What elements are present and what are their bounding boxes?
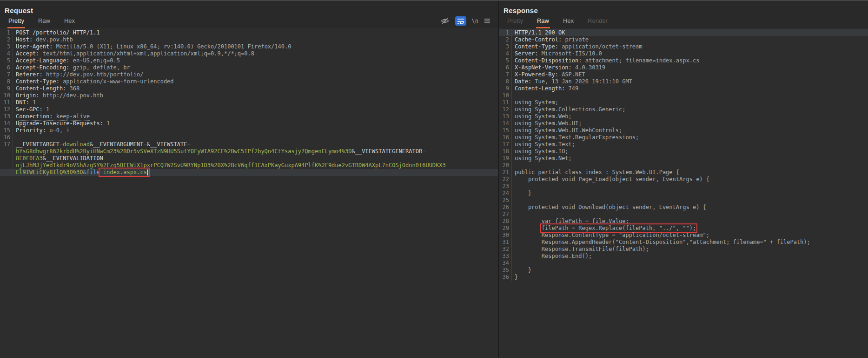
line-number: 14 xyxy=(0,120,13,127)
response-editor[interactable]: 1HTTP/1.1 200 OK2Cache-Control: private3… xyxy=(499,28,868,358)
code-line: 11using System; xyxy=(499,99,868,106)
line-number: 33 xyxy=(499,253,512,260)
line-number: 30 xyxy=(499,232,512,239)
code-line: 33 Response.End(); xyxy=(499,253,868,260)
line-number: 20 xyxy=(499,162,512,169)
request-toolbar: \n xyxy=(440,16,490,26)
line-number: 15 xyxy=(0,127,13,134)
code-line: 12using System.Collections.Generic; xyxy=(499,106,868,113)
highlight-box: =index.aspx.cs xyxy=(100,169,148,176)
code-line: 8Content-Type: application/x-www-form-ur… xyxy=(0,78,498,85)
code-line: 18using System.IO; xyxy=(499,148,868,155)
code-line: 12Sec-GPC: 1 xyxy=(0,106,498,113)
request-tab-raw[interactable]: Raw xyxy=(37,15,51,28)
code-line: ojLJhMJjYedTkdr9oVShAzgSY%2Fzg5BFEWiX1px… xyxy=(0,162,498,169)
code-line: 6X-AspNet-Version: 4.0.30319 xyxy=(499,64,868,71)
line-number: 5 xyxy=(0,57,13,64)
code-line: 6Accept-Encoding: gzip, deflate, br xyxy=(0,64,498,71)
code-line: 3Content-Type: application/octet-stream xyxy=(499,43,868,50)
code-line: 32 Response.TransmitFile(filePath); xyxy=(499,246,868,253)
text-cursor xyxy=(147,169,148,176)
line-number: 7 xyxy=(0,71,13,78)
line-number: 1 xyxy=(499,29,512,36)
line-number: 29 xyxy=(499,225,512,232)
code-line: 13using System.Web; xyxy=(499,113,868,120)
line-number: 18 xyxy=(499,148,512,155)
line-number: 17 xyxy=(499,141,512,148)
eye-off-icon[interactable] xyxy=(440,16,450,26)
line-number: 34 xyxy=(499,260,512,267)
line-number: 4 xyxy=(499,50,512,57)
code-line: 23 xyxy=(499,183,868,190)
line-number: 36 xyxy=(499,274,512,281)
line-number: 31 xyxy=(499,239,512,246)
response-tab-raw[interactable]: Raw xyxy=(536,15,550,28)
line-number: 2 xyxy=(0,36,13,43)
line-number: 3 xyxy=(0,43,13,50)
code-line: 31 Response.AppendHeader("Content-Dispos… xyxy=(499,239,868,246)
code-line: 5Content-Disposition: attachment; filena… xyxy=(499,57,868,64)
response-tab-hex[interactable]: Hex xyxy=(562,15,575,28)
line-number: 28 xyxy=(499,218,512,225)
code-line: 30 Response.ContentType = "application/o… xyxy=(499,232,868,239)
code-line: 16 xyxy=(0,134,498,141)
line-number: 6 xyxy=(0,64,13,71)
line-number: 24 xyxy=(499,190,512,197)
code-line: 1HTTP/1.1 200 OK xyxy=(499,29,868,36)
line-number xyxy=(0,169,13,176)
line-number: 8 xyxy=(499,78,512,85)
line-number: 35 xyxy=(499,267,512,274)
response-panel: Response Pretty Raw Hex Render 1HTTP/1.1… xyxy=(498,1,868,358)
line-number: 9 xyxy=(0,85,13,92)
code-line: 3User-Agent: Mozilla/5.0 (X11; Linux x86… xyxy=(0,43,498,50)
code-line: 17using System.Text; xyxy=(499,141,868,148)
response-tab-render: Render xyxy=(587,15,609,28)
line-number: 16 xyxy=(0,134,13,141)
newline-icon[interactable]: \n xyxy=(472,16,478,26)
line-number: 25 xyxy=(499,197,512,204)
http-message-viewer: Request Pretty Raw Hex xyxy=(0,0,868,358)
code-line: 24 } xyxy=(499,190,868,197)
request-editor[interactable]: 1POST /portfolio/ HTTP/1.12Host: dev.pov… xyxy=(0,28,498,358)
line-number: 9 xyxy=(499,85,512,92)
code-line: 7X-Powered-By: ASP.NET xyxy=(499,71,868,78)
code-line: 4Server: Microsoft-IIS/10.0 xyxy=(499,50,868,57)
line-number xyxy=(0,162,13,169)
code-line: 26 protected void Download(object sender… xyxy=(499,204,868,211)
response-tabbar: Pretty Raw Hex Render xyxy=(499,15,868,28)
line-number: 32 xyxy=(499,246,512,253)
line-number: 17 xyxy=(0,141,13,148)
line-number: 6 xyxy=(499,64,512,71)
highlight-box: filePath = Regex.Replace(filePath, "../"… xyxy=(542,225,696,231)
code-line: 14Upgrade-Insecure-Requests: 1 xyxy=(0,120,498,127)
code-line: 35 } xyxy=(499,267,868,274)
code-line: 21public partial class index : System.We… xyxy=(499,169,868,176)
code-line: 1POST /portfolio/ HTTP/1.1 xyxy=(0,29,498,36)
request-tab-hex[interactable]: Hex xyxy=(63,15,76,28)
code-line: 17__EVENTTARGET=download&__EVENTARGUMENT… xyxy=(0,141,498,148)
code-line: 8E0F0FA3&__EVENTVALIDATION= xyxy=(0,155,498,162)
code-line: 8Date: Tue, 13 Jan 2026 19:11:10 GMT xyxy=(499,78,868,85)
code-line: 11DNT: 1 xyxy=(0,99,498,106)
code-line: 13Connection: keep-alive xyxy=(0,113,498,120)
code-line: 20 xyxy=(499,162,868,169)
line-number: 27 xyxy=(499,211,512,218)
line-number: 11 xyxy=(499,99,512,106)
code-line: 29 filePath = Regex.Replace(filePath, ".… xyxy=(499,225,868,232)
request-panel-title: Request xyxy=(0,1,498,15)
word-wrap-icon[interactable] xyxy=(455,16,466,26)
code-line: 9Content-Length: 749 xyxy=(499,85,868,92)
line-number: 14 xyxy=(499,120,512,127)
line-number: 4 xyxy=(0,50,13,57)
line-number: 26 xyxy=(499,204,512,211)
menu-icon[interactable] xyxy=(484,16,490,26)
line-number: 7 xyxy=(499,71,512,78)
code-line: 22 protected void Page_Load(object sende… xyxy=(499,176,868,183)
code-line: 2Cache-Control: private xyxy=(499,36,868,43)
line-number xyxy=(0,148,13,155)
code-line: 15using System.Web.UI.WebControls; xyxy=(499,127,868,134)
code-line: El9IWEiCKy8IlQ%3D%3D&file=index.aspx.cs xyxy=(0,169,498,176)
code-line: 34 xyxy=(499,260,868,267)
code-line: 25 xyxy=(499,197,868,204)
request-tab-pretty[interactable]: Pretty xyxy=(7,15,25,28)
